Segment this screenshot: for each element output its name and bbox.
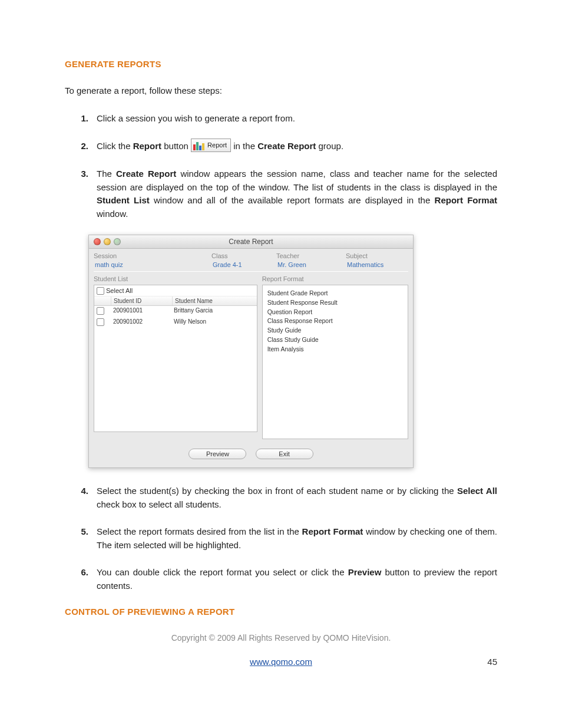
text: in the: [233, 141, 257, 151]
student-id-cell: 200901002: [111, 317, 171, 328]
teacher-label: Teacher: [276, 252, 346, 259]
window-titlebar: Create Report: [89, 235, 413, 249]
step-2-text: Click the Report button Report in the Cr…: [97, 140, 497, 154]
text: Select the report formats desired from t…: [97, 526, 302, 536]
list-item[interactable]: Class Study Guide: [267, 335, 403, 345]
report-button-image: Report: [191, 139, 231, 152]
student-name-cell: Willy Nelson: [171, 317, 257, 328]
subject-label: Subject: [346, 252, 408, 259]
page-number: 45: [487, 657, 497, 667]
student-id-header: Student ID: [111, 297, 172, 305]
bar-chart-icon: [193, 141, 205, 151]
select-all-row[interactable]: Select All: [94, 285, 257, 297]
teacher-value: Mr. Green: [276, 261, 346, 269]
bold-report-format: Report Format: [435, 195, 497, 205]
student-table-header: Student ID Student Name: [94, 297, 257, 306]
step-1-text: Click a session you wish to generate a r…: [97, 112, 497, 126]
student-checkbox[interactable]: [97, 318, 104, 326]
select-all-checkbox[interactable]: [97, 287, 104, 295]
text: button: [161, 141, 191, 151]
footer-link[interactable]: www.qomo.com: [250, 657, 312, 667]
report-format-label: Report Format: [262, 275, 408, 282]
exit-button[interactable]: Exit: [256, 449, 313, 459]
bold-create-report: Create Report: [116, 169, 176, 179]
step-3-text: The Create Report window appears the ses…: [97, 167, 497, 220]
create-report-window: Create Report Session math quiz Class Gr…: [88, 235, 414, 468]
step-6-text: You can double click the report format y…: [97, 566, 497, 592]
step-5-text: Select the report formats desired from t…: [97, 525, 497, 552]
bold-student-list: Student List: [97, 195, 150, 205]
select-all-label: Select All: [106, 287, 133, 294]
session-label: Session: [94, 252, 211, 259]
bold-report-format: Report Format: [302, 526, 363, 536]
heading-control-preview: CONTROL OF PREVIEWING A REPORT: [65, 607, 497, 617]
table-row[interactable]: 200901001 Brittany Garcia: [94, 306, 257, 317]
text: window and all of the available report f…: [150, 195, 435, 205]
subject-value: Mathematics: [346, 261, 408, 269]
text: Select the student(s) by checking the bo…: [97, 486, 457, 496]
preview-button[interactable]: Preview: [189, 449, 246, 459]
class-label: Class: [211, 252, 276, 259]
step-number: 3.: [65, 167, 97, 220]
step-number: 1.: [65, 112, 97, 126]
bold-preview: Preview: [348, 567, 382, 577]
student-name-header: Student Name: [172, 297, 257, 305]
bold-report: Report: [133, 141, 161, 151]
report-button-label: Report: [207, 141, 227, 149]
student-list-label: Student List: [94, 275, 257, 282]
dialog-buttons: Preview Exit: [89, 444, 413, 467]
text: You can double click the report format y…: [97, 567, 348, 577]
text: The: [97, 169, 116, 179]
text: group.: [316, 141, 343, 151]
text: check box to select all students.: [97, 499, 222, 509]
intro-text: To generate a report, follow these steps…: [65, 85, 497, 95]
window-title: Create Report: [89, 238, 413, 246]
list-item[interactable]: Student Grade Report: [267, 289, 403, 298]
student-name-cell: Brittany Garcia: [171, 306, 257, 317]
report-format-list[interactable]: Student Grade Report Student Response Re…: [262, 285, 408, 439]
student-id-cell: 200901001: [111, 306, 171, 317]
table-row[interactable]: 200901002 Willy Nelson: [94, 317, 257, 328]
list-item[interactable]: Study Guide: [267, 326, 403, 335]
copyright-text: Copyright © 2009 All Rights Reserved by …: [65, 633, 497, 643]
page: GENERATE REPORTS To generate a report, f…: [0, 0, 562, 728]
step-number: 2.: [65, 140, 97, 153]
step-number: 4.: [65, 485, 97, 511]
bold-select-all: Select All: [457, 486, 497, 496]
step-number: 5.: [65, 525, 97, 552]
session-value: math quiz: [94, 261, 211, 269]
step-4-text: Select the student(s) by checking the bo…: [97, 485, 497, 511]
text: window.: [97, 209, 128, 219]
list-item[interactable]: Question Report: [267, 308, 403, 317]
list-item[interactable]: Item Analysis: [267, 345, 403, 354]
text: Click the: [97, 141, 133, 151]
student-list-box[interactable]: Select All Student ID Student Name 20090…: [94, 285, 257, 432]
list-item[interactable]: Class Response Report: [267, 317, 403, 326]
student-checkbox[interactable]: [97, 307, 104, 315]
session-info-row: Session math quiz Class Grade 4-1 Teache…: [89, 249, 413, 270]
heading-generate-reports: GENERATE REPORTS: [65, 59, 497, 69]
step-number: 6.: [65, 566, 97, 592]
class-value: Grade 4-1: [211, 261, 276, 269]
list-item[interactable]: Student Response Result: [267, 298, 403, 308]
bold-create-report: Create Report: [257, 141, 316, 151]
